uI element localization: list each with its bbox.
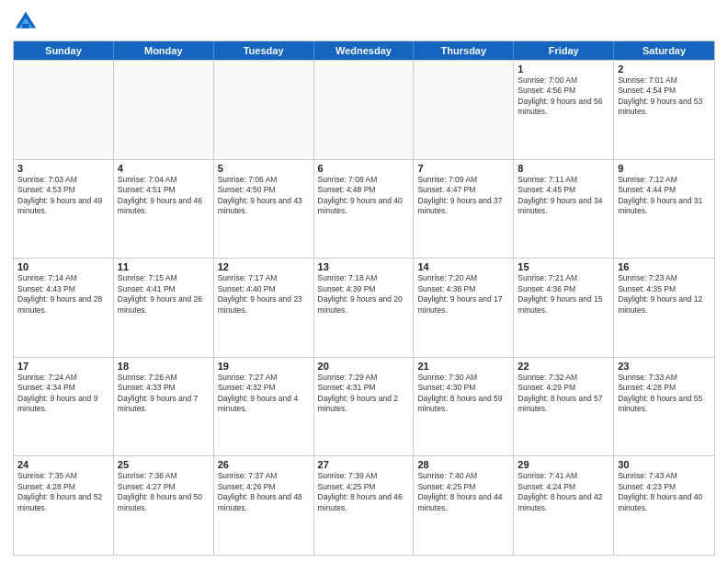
day-info-16: Sunrise: 7:23 AM Sunset: 4:35 PM Dayligh… [618,273,711,316]
day-cell-7: 7Sunrise: 7:09 AM Sunset: 4:47 PM Daylig… [414,160,514,259]
empty-cell-r0c4 [414,61,514,159]
day-info-22: Sunrise: 7:32 AM Sunset: 4:29 PM Dayligh… [518,373,609,415]
calendar-row-4: 24Sunrise: 7:35 AM Sunset: 4:28 PM Dayli… [14,455,714,555]
day-number-4: 4 [118,163,210,174]
day-number-25: 25 [118,459,210,470]
empty-cell-r0c0 [14,61,114,159]
header-tuesday: Tuesday [214,41,314,60]
day-info-19: Sunrise: 7:27 AM Sunset: 4:32 PM Dayligh… [218,373,310,415]
day-number-15: 15 [518,261,609,272]
day-cell-30: 30Sunrise: 7:43 AM Sunset: 4:23 PM Dayli… [614,456,714,555]
day-info-25: Sunrise: 7:36 AM Sunset: 4:27 PM Dayligh… [118,471,210,513]
calendar-row-0: 1Sunrise: 7:00 AM Sunset: 4:56 PM Daylig… [14,60,714,159]
day-info-4: Sunrise: 7:04 AM Sunset: 4:51 PM Dayligh… [118,175,210,217]
day-info-18: Sunrise: 7:26 AM Sunset: 4:33 PM Dayligh… [118,373,210,415]
header [13,9,715,35]
day-info-21: Sunrise: 7:30 AM Sunset: 4:30 PM Dayligh… [417,373,509,415]
header-sunday: Sunday [14,41,114,60]
day-number-24: 24 [17,459,109,470]
calendar-row-2: 10Sunrise: 7:14 AM Sunset: 4:43 PM Dayli… [14,258,714,357]
day-cell-26: 26Sunrise: 7:37 AM Sunset: 4:26 PM Dayli… [214,456,314,555]
day-number-2: 2 [618,63,711,75]
day-cell-24: 24Sunrise: 7:35 AM Sunset: 4:28 PM Dayli… [14,456,114,555]
day-info-11: Sunrise: 7:15 AM Sunset: 4:41 PM Dayligh… [118,273,210,316]
day-number-14: 14 [417,261,509,272]
day-number-13: 13 [318,261,410,272]
day-info-7: Sunrise: 7:09 AM Sunset: 4:47 PM Dayligh… [417,175,509,217]
day-number-7: 7 [417,163,509,174]
day-info-29: Sunrise: 7:41 AM Sunset: 4:24 PM Dayligh… [518,471,609,513]
day-cell-9: 9Sunrise: 7:12 AM Sunset: 4:44 PM Daylig… [614,160,714,259]
day-info-17: Sunrise: 7:24 AM Sunset: 4:34 PM Dayligh… [17,373,109,415]
day-cell-25: 25Sunrise: 7:36 AM Sunset: 4:27 PM Dayli… [114,456,214,555]
day-info-28: Sunrise: 7:40 AM Sunset: 4:25 PM Dayligh… [417,471,509,513]
day-cell-23: 23Sunrise: 7:33 AM Sunset: 4:28 PM Dayli… [614,358,714,456]
calendar-body: 1Sunrise: 7:00 AM Sunset: 4:56 PM Daylig… [14,60,714,555]
day-info-26: Sunrise: 7:37 AM Sunset: 4:26 PM Dayligh… [218,471,310,513]
day-cell-4: 4Sunrise: 7:04 AM Sunset: 4:51 PM Daylig… [114,160,214,259]
calendar: Sunday Monday Tuesday Wednesday Thursday… [13,40,715,556]
empty-cell-r0c1 [114,61,214,159]
day-info-27: Sunrise: 7:39 AM Sunset: 4:25 PM Dayligh… [318,471,410,513]
day-number-10: 10 [17,261,109,272]
logo [13,9,42,35]
day-info-24: Sunrise: 7:35 AM Sunset: 4:28 PM Dayligh… [17,471,109,513]
day-number-17: 17 [17,361,109,372]
day-number-12: 12 [218,261,310,272]
day-number-1: 1 [518,63,609,75]
day-number-8: 8 [518,163,609,174]
day-number-28: 28 [417,459,509,470]
day-info-2: Sunrise: 7:01 AM Sunset: 4:54 PM Dayligh… [618,75,711,118]
day-number-6: 6 [318,163,410,174]
day-number-5: 5 [218,163,310,174]
page: Sunday Monday Tuesday Wednesday Thursday… [0,0,728,563]
day-info-8: Sunrise: 7:11 AM Sunset: 4:45 PM Dayligh… [518,175,609,217]
day-cell-6: 6Sunrise: 7:08 AM Sunset: 4:48 PM Daylig… [314,160,415,259]
day-cell-5: 5Sunrise: 7:06 AM Sunset: 4:50 PM Daylig… [214,160,314,259]
header-saturday: Saturday [614,41,714,60]
day-number-11: 11 [118,261,210,272]
logo-icon [13,9,39,35]
day-info-14: Sunrise: 7:20 AM Sunset: 4:38 PM Dayligh… [417,273,509,316]
day-number-26: 26 [218,459,310,470]
day-number-21: 21 [417,361,509,372]
day-cell-14: 14Sunrise: 7:20 AM Sunset: 4:38 PM Dayli… [414,259,514,357]
day-cell-1: 1Sunrise: 7:00 AM Sunset: 4:56 PM Daylig… [514,61,614,159]
day-number-20: 20 [318,361,410,372]
day-cell-27: 27Sunrise: 7:39 AM Sunset: 4:25 PM Dayli… [314,456,415,555]
day-info-3: Sunrise: 7:03 AM Sunset: 4:53 PM Dayligh… [17,175,109,217]
empty-cell-r0c2 [214,61,314,159]
day-info-20: Sunrise: 7:29 AM Sunset: 4:31 PM Dayligh… [318,373,410,415]
day-cell-22: 22Sunrise: 7:32 AM Sunset: 4:29 PM Dayli… [514,358,614,456]
empty-cell-r0c3 [314,61,415,159]
day-cell-10: 10Sunrise: 7:14 AM Sunset: 4:43 PM Dayli… [14,259,114,357]
day-cell-2: 2Sunrise: 7:01 AM Sunset: 4:54 PM Daylig… [614,61,714,159]
day-cell-8: 8Sunrise: 7:11 AM Sunset: 4:45 PM Daylig… [514,160,614,259]
day-number-27: 27 [318,459,410,470]
day-cell-18: 18Sunrise: 7:26 AM Sunset: 4:33 PM Dayli… [114,358,214,456]
day-info-12: Sunrise: 7:17 AM Sunset: 4:40 PM Dayligh… [218,273,310,316]
day-cell-11: 11Sunrise: 7:15 AM Sunset: 4:41 PM Dayli… [114,259,214,357]
header-thursday: Thursday [414,41,514,60]
day-info-5: Sunrise: 7:06 AM Sunset: 4:50 PM Dayligh… [218,175,310,217]
day-cell-19: 19Sunrise: 7:27 AM Sunset: 4:32 PM Dayli… [214,358,314,456]
day-cell-17: 17Sunrise: 7:24 AM Sunset: 4:34 PM Dayli… [14,358,114,456]
day-info-23: Sunrise: 7:33 AM Sunset: 4:28 PM Dayligh… [618,373,711,415]
day-info-9: Sunrise: 7:12 AM Sunset: 4:44 PM Dayligh… [618,175,711,217]
day-cell-29: 29Sunrise: 7:41 AM Sunset: 4:24 PM Dayli… [514,456,614,555]
day-info-10: Sunrise: 7:14 AM Sunset: 4:43 PM Dayligh… [17,273,109,316]
day-info-15: Sunrise: 7:21 AM Sunset: 4:36 PM Dayligh… [518,273,609,316]
day-info-13: Sunrise: 7:18 AM Sunset: 4:39 PM Dayligh… [318,273,410,316]
calendar-row-3: 17Sunrise: 7:24 AM Sunset: 4:34 PM Dayli… [14,357,714,456]
day-number-22: 22 [518,361,609,372]
calendar-row-1: 3Sunrise: 7:03 AM Sunset: 4:53 PM Daylig… [14,159,714,259]
header-wednesday: Wednesday [314,41,415,60]
header-friday: Friday [514,41,614,60]
day-cell-20: 20Sunrise: 7:29 AM Sunset: 4:31 PM Dayli… [314,358,415,456]
day-cell-16: 16Sunrise: 7:23 AM Sunset: 4:35 PM Dayli… [614,259,714,357]
day-cell-12: 12Sunrise: 7:17 AM Sunset: 4:40 PM Dayli… [214,259,314,357]
day-info-30: Sunrise: 7:43 AM Sunset: 4:23 PM Dayligh… [618,471,711,513]
day-number-19: 19 [218,361,310,372]
svg-rect-2 [22,24,28,29]
day-number-9: 9 [618,163,711,174]
